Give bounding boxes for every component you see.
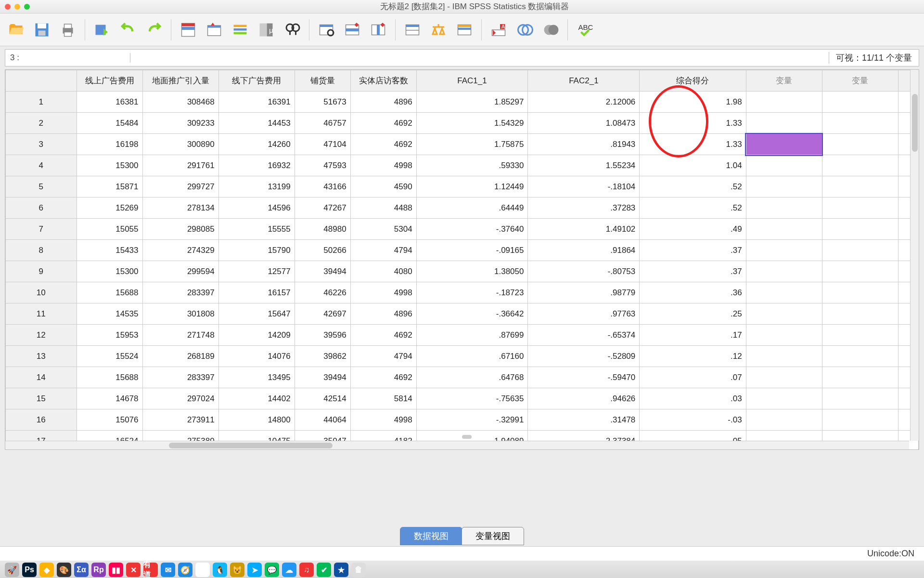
data-cell[interactable] — [746, 346, 822, 367]
goto-var-button[interactable] — [203, 19, 225, 41]
data-cell[interactable] — [746, 325, 822, 346]
close-icon[interactable] — [5, 4, 11, 10]
data-cell[interactable] — [746, 92, 822, 113]
dock-launchpad[interactable]: 🚀 — [5, 563, 19, 577]
redo-button[interactable] — [143, 19, 165, 41]
column-header[interactable]: 铺货量 — [295, 70, 350, 92]
data-cell[interactable]: 16381 — [77, 92, 142, 113]
row-header[interactable]: 12 — [6, 325, 77, 346]
data-cell[interactable] — [746, 303, 822, 325]
data-cell[interactable]: 15647 — [218, 303, 295, 325]
dock-shield[interactable]: ✔ — [317, 563, 331, 577]
data-cell[interactable]: 12577 — [218, 261, 295, 282]
data-cell[interactable]: 1.04 — [640, 155, 746, 176]
dock-badge[interactable]: ★ — [334, 563, 348, 577]
data-cell[interactable]: 273911 — [142, 409, 218, 431]
row-header[interactable]: 15 — [6, 388, 77, 409]
data-cell[interactable]: 4080 — [350, 261, 416, 282]
row-header[interactable]: 13 — [6, 346, 77, 367]
data-cell[interactable]: 299594 — [142, 261, 218, 282]
dock-xmind[interactable]: ✕ — [126, 563, 141, 577]
data-cell[interactable]: 5304 — [350, 219, 416, 240]
data-cell[interactable]: .07 — [640, 367, 746, 388]
data-cell[interactable]: 1.12449 — [416, 176, 528, 197]
data-cell[interactable] — [746, 134, 822, 155]
data-cell[interactable]: 4692 — [350, 113, 416, 134]
corner-cell[interactable] — [6, 70, 77, 92]
row-header[interactable]: 5 — [6, 176, 77, 197]
insert-var-button[interactable] — [367, 19, 389, 41]
data-cell[interactable]: 15269 — [77, 197, 142, 219]
data-cell[interactable]: 39494 — [295, 261, 350, 282]
minimize-icon[interactable] — [14, 4, 20, 10]
data-cell[interactable] — [746, 197, 822, 219]
data-cell[interactable] — [822, 388, 898, 409]
data-cell[interactable]: .91864 — [528, 240, 640, 261]
dock-color[interactable]: 🎨 — [57, 563, 71, 577]
data-cell[interactable] — [822, 113, 898, 134]
data-cell[interactable]: 283397 — [142, 282, 218, 303]
data-cell[interactable]: 13495 — [218, 367, 295, 388]
dock-tuts[interactable]: ▮▮ — [109, 563, 123, 577]
data-cell[interactable]: 1.75875 — [416, 134, 528, 155]
data-cell[interactable]: -.37640 — [416, 219, 528, 240]
data-cell[interactable]: 15300 — [77, 261, 142, 282]
data-cell[interactable]: 15524 — [77, 346, 142, 367]
data-cell[interactable] — [822, 261, 898, 282]
row-header[interactable]: 1 — [6, 92, 77, 113]
data-cell[interactable] — [822, 176, 898, 197]
use-sets-button[interactable] — [513, 19, 536, 41]
recall-button[interactable] — [91, 19, 113, 41]
data-cell[interactable]: .59330 — [416, 155, 528, 176]
data-cell[interactable]: .87699 — [416, 325, 528, 346]
data-cell[interactable]: .25 — [640, 303, 746, 325]
data-cell[interactable]: 4692 — [350, 134, 416, 155]
column-header[interactable]: 实体店访客数 — [350, 70, 416, 92]
column-header[interactable]: 地面推广引入量 — [142, 70, 218, 92]
data-cell[interactable]: -.32991 — [416, 409, 528, 431]
row-header[interactable]: 6 — [6, 197, 77, 219]
column-header[interactable]: 变量 — [746, 70, 822, 92]
data-cell[interactable] — [746, 113, 822, 134]
column-header[interactable]: FAC2_1 — [528, 70, 640, 92]
dock-mail[interactable]: ✉ — [161, 563, 175, 577]
dock-cloud[interactable]: ☁ — [282, 563, 296, 577]
data-cell[interactable]: .64768 — [416, 367, 528, 388]
vertical-scrollbar[interactable] — [910, 70, 919, 441]
tab-variable-view[interactable]: 变量视图 — [462, 527, 524, 545]
data-cell[interactable] — [822, 367, 898, 388]
data-cell[interactable]: -.36642 — [416, 303, 528, 325]
row-header[interactable]: 2 — [6, 113, 77, 134]
split-button[interactable] — [401, 19, 424, 41]
data-cell[interactable]: 4896 — [350, 303, 416, 325]
data-cell[interactable] — [822, 282, 898, 303]
data-cell[interactable]: 39494 — [295, 367, 350, 388]
horizontal-scrollbar[interactable] — [5, 441, 909, 449]
sets-button[interactable] — [539, 19, 562, 41]
data-cell[interactable]: 15953 — [77, 325, 142, 346]
data-cell[interactable]: -.18104 — [528, 176, 640, 197]
data-cell[interactable] — [746, 155, 822, 176]
data-cell[interactable]: .31478 — [528, 409, 640, 431]
data-cell[interactable]: 50266 — [295, 240, 350, 261]
data-cell[interactable]: 4692 — [350, 325, 416, 346]
data-cell[interactable]: .64449 — [416, 197, 528, 219]
row-header[interactable]: 9 — [6, 261, 77, 282]
data-cell[interactable]: 15433 — [77, 240, 142, 261]
data-cell[interactable]: 16198 — [77, 134, 142, 155]
dock-trash[interactable]: 🗑 — [351, 563, 366, 577]
weight-button[interactable] — [427, 19, 449, 41]
data-cell[interactable] — [822, 240, 898, 261]
data-cell[interactable]: 14402 — [218, 388, 295, 409]
data-cell[interactable] — [746, 388, 822, 409]
data-cell[interactable]: 47104 — [295, 134, 350, 155]
data-cell[interactable]: 16391 — [218, 92, 295, 113]
data-cell[interactable]: 14800 — [218, 409, 295, 431]
print-button[interactable] — [57, 19, 79, 41]
data-cell[interactable]: .17 — [640, 325, 746, 346]
insert-case-button[interactable] — [341, 19, 363, 41]
data-cell[interactable] — [746, 282, 822, 303]
data-cell[interactable]: 283397 — [142, 367, 218, 388]
data-cell[interactable] — [822, 325, 898, 346]
tab-data-view[interactable]: 数据视图 — [400, 527, 462, 545]
